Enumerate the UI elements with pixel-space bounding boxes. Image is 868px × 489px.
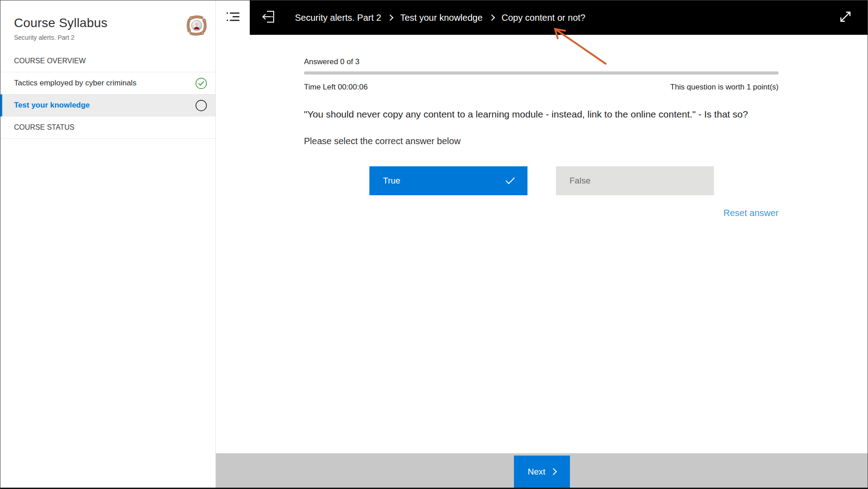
- question-text: "You should never copy any content to a …: [304, 108, 779, 121]
- time-left-label: Time Left 00:00:06: [304, 83, 368, 92]
- chevron-separator-icon: [488, 14, 495, 21]
- answer-instruction: Please select the correct answer below: [304, 136, 779, 146]
- quiz-main-panel: Answered 0 of 3 Time Left 00:00:06 This …: [216, 35, 868, 453]
- section-course-overview: COURSE OVERVIEW: [0, 50, 215, 72]
- breadcrumb-item-lesson[interactable]: Test your knowledge: [400, 13, 482, 23]
- footer-bar: Next: [216, 453, 868, 488]
- reset-answer-link[interactable]: Reset answer: [723, 208, 779, 218]
- answer-option-true[interactable]: True: [369, 166, 527, 195]
- option-label: False: [569, 176, 590, 186]
- chevron-separator-icon: [387, 14, 393, 21]
- next-button-label: Next: [527, 467, 545, 477]
- section-course-status: COURSE STATUS: [0, 117, 215, 139]
- answer-options: True False: [369, 166, 779, 195]
- question-points-label: This question is worth 1 point(s): [670, 83, 779, 92]
- exit-course-button[interactable]: [261, 9, 276, 26]
- breadcrumb-item-question[interactable]: Copy content or not?: [502, 13, 586, 23]
- selected-check-icon: [505, 175, 515, 184]
- breadcrumb: Security alerts. Part 2 Test your knowle…: [295, 13, 585, 23]
- chevron-right-icon: [550, 468, 557, 475]
- lms-quiz-window: Course Syllabus Security alerts. Part 2: [0, 0, 868, 489]
- sidebar-item-label: Tactics employed by cyber criminals: [14, 79, 136, 88]
- exit-door-icon: [261, 9, 276, 26]
- quiz-progressbar: [304, 71, 779, 75]
- radio-circle-icon: [195, 99, 207, 112]
- course-subtitle: Security alerts. Part 2: [14, 34, 179, 41]
- table-of-contents-icon: [226, 11, 240, 24]
- toc-toggle-button[interactable]: [216, 0, 250, 35]
- page-title: Course Syllabus: [14, 16, 179, 30]
- fullscreen-button[interactable]: [837, 8, 854, 27]
- quiz-topbar: Security alerts. Part 2 Test your knowle…: [250, 0, 868, 35]
- expand-arrows-icon: [837, 8, 854, 27]
- breadcrumb-item-course[interactable]: Security alerts. Part 2: [295, 13, 381, 23]
- answer-option-false[interactable]: False: [556, 166, 714, 195]
- course-syllabus-sidebar: Course Syllabus Security alerts. Part 2: [0, 0, 216, 488]
- course-logo: [186, 14, 208, 37]
- option-label: True: [383, 176, 400, 186]
- answered-count: Answered 0 of 3: [304, 57, 779, 66]
- check-circle-icon: [195, 77, 207, 89]
- next-button[interactable]: Next: [514, 456, 570, 488]
- sidebar-item-label: Test your knowledge: [14, 101, 90, 110]
- sidebar-header: Course Syllabus Security alerts. Part 2: [0, 0, 215, 50]
- sidebar-item-tactics[interactable]: Tactics employed by cyber criminals: [0, 72, 215, 94]
- sidebar-item-test-knowledge[interactable]: Test your knowledge: [0, 94, 215, 117]
